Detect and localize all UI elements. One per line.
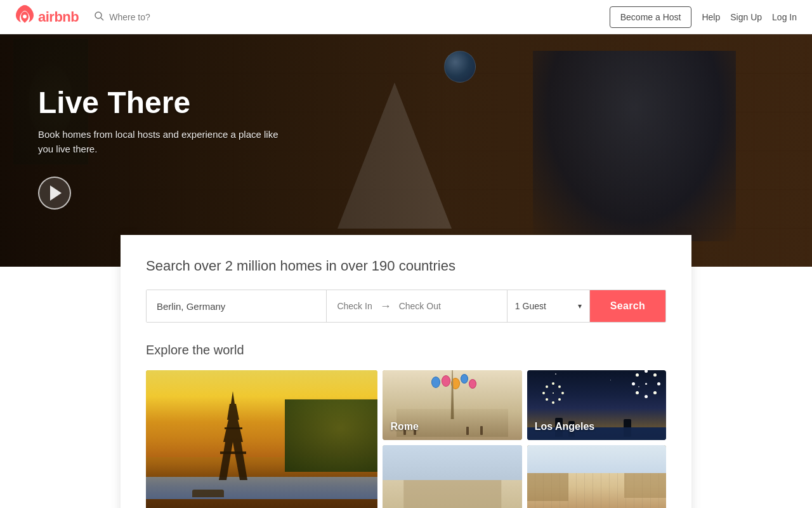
svg-rect-7: [220, 451, 246, 454]
svg-line-1: [101, 18, 103, 20]
hero-subtitle: Book homes from local hosts and experien…: [38, 128, 279, 156]
play-button[interactable]: [38, 177, 71, 210]
svg-marker-3: [233, 442, 247, 480]
hero-section: Live There Book homes from local hosts a…: [0, 0, 812, 267]
become-host-button[interactable]: Become a Host: [610, 6, 692, 28]
navbar-search[interactable]: Where to?: [94, 11, 610, 23]
search-heading: Search over 2 million homes in over 190 …: [146, 258, 666, 274]
login-link[interactable]: Log In: [772, 12, 797, 22]
guests-selector[interactable]: 1 Guest 2 Guests 3 Guests 4 Guests 5+ Gu…: [508, 290, 590, 322]
svg-marker-2: [219, 442, 233, 480]
main-search-card: Search over 2 million homes in over 190 …: [121, 235, 691, 508]
destination-card-paris[interactable]: [146, 370, 377, 508]
destination-card-rome[interactable]: Rome: [383, 370, 521, 440]
explore-grid: Rome: [146, 370, 666, 508]
svg-marker-6: [231, 391, 235, 404]
la-label: Los Angeles: [535, 421, 595, 432]
search-bar: Check In → Check Out 1 Guest 2 Guests 3 …: [146, 290, 666, 323]
paris-bg: [146, 370, 377, 508]
navbar-search-icon: [94, 11, 104, 23]
checkout-label: Check Out: [399, 301, 441, 311]
checkin-label: Check In: [337, 301, 372, 311]
svg-point-0: [95, 12, 102, 18]
rome-label: Rome: [390, 421, 418, 432]
guests-caret-icon: ▾: [578, 302, 582, 311]
svg-rect-8: [225, 427, 242, 429]
help-link[interactable]: Help: [702, 12, 720, 22]
hero-title: Live There: [38, 85, 279, 120]
search-button[interactable]: Search: [590, 290, 665, 322]
airbnb-wordmark: airbnb: [38, 9, 79, 25]
logo[interactable]: airbnb: [15, 5, 79, 29]
destination-card-city2[interactable]: [383, 445, 521, 508]
signup-link[interactable]: Sign Up: [730, 12, 762, 22]
svg-marker-4: [223, 420, 243, 442]
airbnb-logo-icon: [15, 5, 34, 29]
play-icon: [50, 185, 62, 201]
destination-card-city3[interactable]: [527, 445, 666, 508]
date-arrow-icon: →: [380, 300, 391, 313]
svg-marker-5: [227, 404, 239, 420]
location-input[interactable]: [147, 290, 327, 322]
navbar: airbnb Where to? Become a Host Help Sign…: [0, 0, 812, 34]
explore-heading: Explore the world: [146, 343, 666, 358]
navbar-search-text: Where to?: [109, 12, 150, 22]
destination-card-la[interactable]: Los Angeles: [527, 370, 666, 440]
date-range-picker[interactable]: Check In → Check Out: [327, 290, 507, 322]
hero-content: Live There Book homes from local hosts a…: [0, 34, 279, 210]
navbar-right: Become a Host Help Sign Up Log In: [610, 6, 797, 28]
guests-select[interactable]: 1 Guest 2 Guests 3 Guests 4 Guests 5+ Gu…: [515, 301, 573, 311]
